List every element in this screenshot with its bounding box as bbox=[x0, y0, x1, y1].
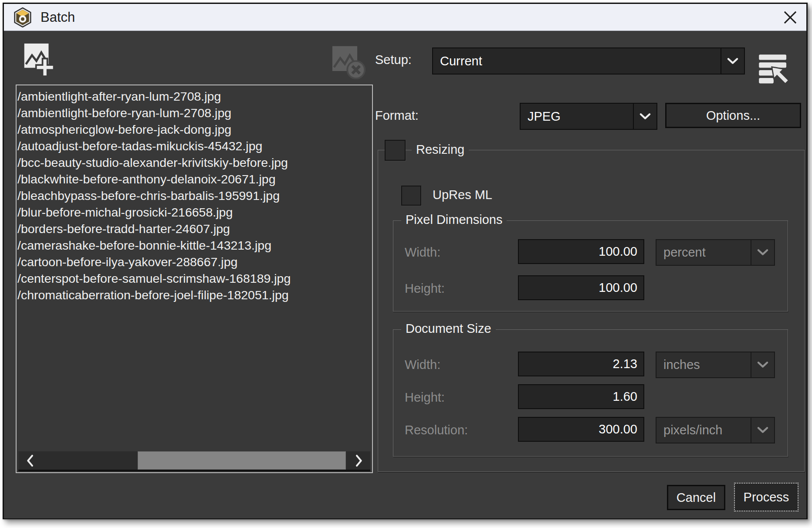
title-bar: Batch bbox=[4, 4, 806, 31]
setup-select-value: Current bbox=[433, 48, 721, 74]
pd-width-unit-select: percent bbox=[656, 239, 775, 266]
pd-width-input[interactable] bbox=[518, 239, 644, 264]
format-label: Format: bbox=[375, 108, 419, 123]
options-button[interactable]: Options... bbox=[665, 103, 801, 128]
pd-width-unit-value: percent bbox=[656, 240, 751, 265]
add-images-icon[interactable] bbox=[23, 42, 57, 78]
scrollbar-track[interactable] bbox=[41, 451, 348, 470]
apply-preset-icon[interactable] bbox=[758, 54, 790, 86]
resizing-checkbox[interactable] bbox=[385, 140, 406, 161]
file-list-item[interactable]: /chromaticaberration-before-joel-filipe-… bbox=[17, 287, 372, 303]
setup-label: Setup: bbox=[375, 53, 412, 67]
pd-height-label: Height: bbox=[405, 281, 445, 296]
upres-ml-checkbox[interactable] bbox=[401, 186, 421, 206]
setup-select[interactable]: Current bbox=[432, 47, 745, 74]
ds-resolution-unit-select: pixels/inch bbox=[656, 417, 775, 443]
file-list-item[interactable]: /centerspot-before-samuel-scrimshaw-1681… bbox=[17, 270, 372, 287]
pd-height-input[interactable] bbox=[518, 275, 644, 300]
dialog-body: Setup: Current bbox=[4, 31, 806, 518]
ds-width-unit-select: inches bbox=[656, 352, 775, 378]
file-list-item[interactable]: /blackwhite-before-anthony-delanoix-2067… bbox=[17, 171, 372, 187]
format-select-value: JPEG bbox=[521, 104, 633, 129]
pixel-dimensions-title: Pixel Dimensions bbox=[401, 213, 507, 227]
file-list-item[interactable]: /autoadjust-before-tadas-mikuckis-45432.… bbox=[17, 138, 372, 154]
chevron-down-icon bbox=[751, 418, 774, 443]
file-list-item[interactable]: /borders-before-tradd-harter-24607.jpg bbox=[17, 220, 372, 237]
file-list-item[interactable]: /bleachbypass-before-chris-barbalis-1959… bbox=[17, 187, 372, 204]
dialog-title: Batch bbox=[41, 10, 75, 25]
ds-width-label: Width: bbox=[405, 358, 440, 372]
process-button[interactable]: Process bbox=[734, 483, 798, 511]
ds-height-input[interactable] bbox=[518, 384, 644, 409]
batch-dialog-window: Batch bbox=[3, 3, 808, 519]
file-list-box[interactable]: /ambientlight-after-ryan-lum-2708.jpg/am… bbox=[16, 85, 373, 473]
close-icon[interactable] bbox=[780, 7, 800, 27]
ds-height-label: Height: bbox=[405, 390, 445, 405]
chevron-down-icon bbox=[751, 352, 774, 377]
file-list-item[interactable]: /blur-before-michal-grosicki-216658.jpg bbox=[17, 204, 372, 220]
resizing-label: Resizing bbox=[412, 142, 469, 157]
chevron-down-icon bbox=[751, 240, 774, 265]
file-list-item[interactable]: /bcc-beauty-studio-alexander-krivitskiy-… bbox=[17, 154, 372, 171]
ds-resolution-input[interactable] bbox=[518, 417, 644, 442]
screenshot-stage: Batch bbox=[0, 0, 812, 528]
chevron-right-icon[interactable] bbox=[348, 451, 370, 470]
cancel-button[interactable]: Cancel bbox=[667, 485, 725, 510]
scrollbar-thumb[interactable] bbox=[138, 451, 346, 470]
upres-ml-label: UpRes ML bbox=[433, 188, 492, 202]
on1-hexagon-logo-icon bbox=[14, 7, 32, 27]
file-list: /ambientlight-after-ryan-lum-2708.jpg/am… bbox=[17, 88, 372, 303]
format-select[interactable]: JPEG bbox=[520, 103, 657, 130]
pd-width-label: Width: bbox=[405, 245, 440, 260]
horizontal-scrollbar[interactable] bbox=[18, 451, 370, 470]
chevron-down-icon bbox=[633, 104, 656, 129]
ds-resolution-label: Resolution: bbox=[405, 423, 468, 437]
chevron-down-icon bbox=[721, 48, 744, 74]
ds-width-unit-value: inches bbox=[656, 352, 751, 377]
file-list-item[interactable]: /cartoon-before-ilya-yakover-288667.jpg bbox=[17, 254, 372, 270]
file-list-item[interactable]: /ambientlight-before-ryan-lum-2708.jpg bbox=[17, 105, 372, 121]
chevron-left-icon[interactable] bbox=[18, 451, 41, 470]
file-list-item[interactable]: /camerashake-before-bonnie-kittle-143213… bbox=[17, 237, 372, 254]
file-list-item[interactable]: /atmosphericglow-before-jack-dong.jpg bbox=[17, 121, 372, 138]
ds-width-input[interactable] bbox=[518, 352, 644, 376]
ds-resolution-unit-value: pixels/inch bbox=[656, 418, 751, 443]
file-list-item[interactable]: /ambientlight-after-ryan-lum-2708.jpg bbox=[17, 88, 372, 105]
document-size-title: Document Size bbox=[401, 322, 496, 336]
remove-images-icon bbox=[331, 45, 368, 80]
